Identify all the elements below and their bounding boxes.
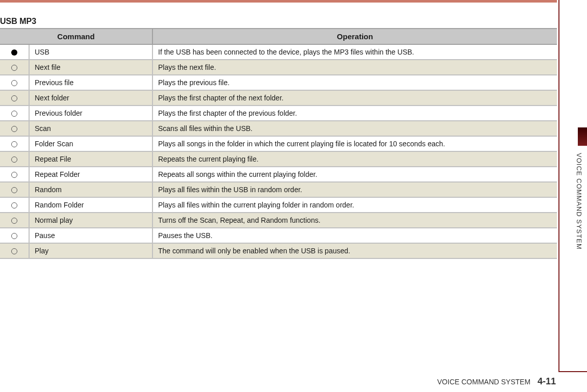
row-symbol-cell [0, 75, 29, 90]
row-operation: If the USB has been connected to the dev… [152, 44, 557, 60]
side-tab-label: VOICE COMMAND SYSTEM [575, 153, 583, 250]
row-symbol-cell [0, 106, 29, 121]
table-row: RandomPlays all files within the USB in … [0, 182, 557, 197]
row-symbol-cell [0, 228, 29, 243]
footer: VOICE COMMAND SYSTEM 4-11 [0, 376, 556, 387]
th-operation: Operation [152, 29, 557, 44]
row-symbol-cell [0, 167, 29, 182]
row-command: Play [29, 243, 152, 258]
hollow-circle-icon [11, 172, 17, 178]
row-command: Pause [29, 228, 152, 243]
footer-label: VOICE COMMAND SYSTEM [437, 378, 530, 386]
row-command: Folder Scan [29, 136, 152, 151]
hollow-circle-icon [11, 141, 17, 147]
row-symbol-cell [0, 213, 29, 228]
row-command: Next folder [29, 90, 152, 106]
side-tab-marker [578, 127, 587, 146]
table-row: Next folderPlays the first chapter of th… [0, 90, 557, 106]
hollow-circle-icon [11, 65, 17, 71]
row-command: Repeat Folder [29, 167, 152, 182]
row-command: Random Folder [29, 197, 152, 213]
hollow-circle-icon [11, 80, 17, 86]
filled-circle-icon [11, 49, 17, 56]
row-operation: Plays all files within the USB in random… [152, 182, 557, 197]
top-accent-bar [0, 0, 557, 3]
hollow-circle-icon [11, 95, 17, 101]
table-row: Repeat FileRepeats the current playing f… [0, 151, 557, 167]
hollow-circle-icon [11, 111, 17, 117]
row-symbol-cell [0, 60, 29, 75]
row-operation: Plays all files within the current playi… [152, 197, 557, 213]
command-table: Command Operation USBIf the USB has been… [0, 28, 557, 259]
row-command: Repeat File [29, 151, 152, 167]
row-symbol-cell [0, 182, 29, 197]
table-row: Random FolderPlays all files within the … [0, 197, 557, 213]
table-row: Previous folderPlays the first chapter o… [0, 106, 557, 121]
row-command: Normal play [29, 213, 152, 228]
section-title: USB MP3 [0, 17, 557, 26]
hollow-circle-icon [11, 248, 17, 254]
table-row: ScanScans all files within the USB. [0, 121, 557, 136]
footer-page: 4-11 [538, 376, 556, 386]
row-symbol-cell [0, 151, 29, 167]
row-symbol-cell [0, 197, 29, 213]
hollow-circle-icon [11, 233, 17, 239]
row-operation: Repeats all songs within the current pla… [152, 167, 557, 182]
row-command: Random [29, 182, 152, 197]
row-operation: Plays all songs in the folder in which t… [152, 136, 557, 151]
row-symbol-cell [0, 44, 29, 60]
row-operation: Plays the next file. [152, 60, 557, 75]
row-operation: Plays the first chapter of the previous … [152, 106, 557, 121]
row-symbol-cell [0, 136, 29, 151]
hollow-circle-icon [11, 187, 17, 193]
row-symbol-cell [0, 243, 29, 258]
row-operation: Repeats the current playing file. [152, 151, 557, 167]
hollow-circle-icon [11, 202, 17, 208]
table-row: USBIf the USB has been connected to the … [0, 44, 557, 60]
row-command: USB [29, 44, 152, 60]
table-row: Repeat FolderRepeats all songs within th… [0, 167, 557, 182]
row-symbol-cell [0, 90, 29, 106]
row-operation: Plays the previous file. [152, 75, 557, 90]
row-operation: The command will only be enabled when th… [152, 243, 557, 258]
row-operation: Pauses the USB. [152, 228, 557, 243]
row-operation: Plays the first chapter of the next fold… [152, 90, 557, 106]
row-command: Previous folder [29, 106, 152, 121]
row-command: Next file [29, 60, 152, 75]
table-row: Next filePlays the next file. [0, 60, 557, 75]
row-operation: Turns off the Scan, Repeat, and Random f… [152, 213, 557, 228]
hollow-circle-icon [11, 156, 17, 163]
table-row: Previous filePlays the previous file. [0, 75, 557, 90]
row-operation: Scans all files within the USB. [152, 121, 557, 136]
table-row: PlayThe command will only be enabled whe… [0, 243, 557, 258]
hollow-circle-icon [11, 218, 17, 224]
row-command: Previous file [29, 75, 152, 90]
row-symbol-cell [0, 121, 29, 136]
table-row: Folder ScanPlays all songs in the folder… [0, 136, 557, 151]
content-area: USB MP3 Command Operation USBIf the USB … [0, 17, 557, 259]
table-row: PausePauses the USB. [0, 228, 557, 243]
hollow-circle-icon [11, 126, 17, 132]
table-row: Normal playTurns off the Scan, Repeat, a… [0, 213, 557, 228]
th-command: Command [0, 29, 152, 44]
row-command: Scan [29, 121, 152, 136]
